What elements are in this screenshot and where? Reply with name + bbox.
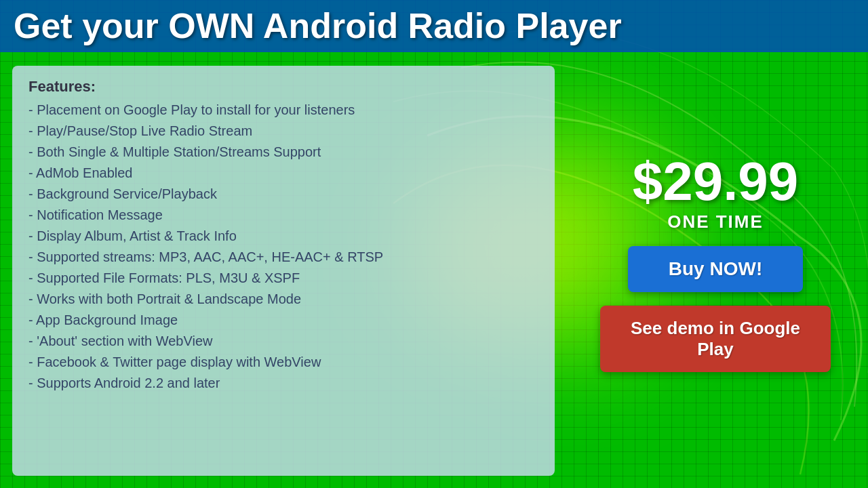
list-item: - Placement on Google Play to install fo… xyxy=(28,100,538,121)
features-heading: Features: xyxy=(28,78,538,96)
list-item: - Background Service/Playback xyxy=(28,184,538,205)
list-item: - App Background Image xyxy=(28,310,538,331)
list-item: - AdMob Enabled xyxy=(28,163,538,184)
header: Get your OWN Android Radio Player xyxy=(0,0,868,52)
list-item: - Supported streams: MP3, AAC, AAC+, HE-… xyxy=(28,247,538,268)
page-title: Get your OWN Android Radio Player xyxy=(14,7,854,45)
list-item: - Works with both Portrait & Landscape M… xyxy=(28,289,538,310)
pricing-area: $29.99 ONE TIME Buy NOW! See demo in Goo… xyxy=(563,66,868,488)
features-panel: Features: - Placement on Google Play to … xyxy=(12,66,555,476)
list-item: - Play/Pause/Stop Live Radio Stream xyxy=(28,121,538,142)
list-item: - Supported File Formats: PLS, M3U & XSP… xyxy=(28,268,538,289)
price-amount: $29.99 xyxy=(633,155,799,209)
list-item: - Notification Message xyxy=(28,205,538,226)
features-list: - Placement on Google Play to install fo… xyxy=(28,100,538,394)
list-item: - 'About' section with WebView xyxy=(28,331,538,352)
list-item: - Supports Android 2.2 and later xyxy=(28,373,538,394)
list-item: - Facebook & Twitter page display with W… xyxy=(28,352,538,373)
price-label: ONE TIME xyxy=(633,211,799,232)
price-block: $29.99 ONE TIME xyxy=(633,155,799,232)
demo-button[interactable]: See demo in Google Play xyxy=(600,306,831,372)
list-item: - Display Album, Artist & Track Info xyxy=(28,226,538,247)
list-item: - Both Single & Multiple Station/Streams… xyxy=(28,142,538,163)
buy-now-button[interactable]: Buy NOW! xyxy=(628,246,803,292)
